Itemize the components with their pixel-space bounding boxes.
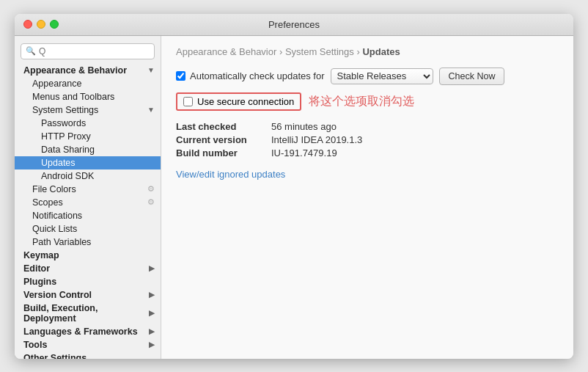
search-box[interactable]: 🔍: [21, 43, 155, 59]
chevron-icon: ▶: [149, 309, 155, 317]
sidebar-item-label: Appearance: [32, 79, 81, 89]
sidebar-item-keymap[interactable]: Keymap: [15, 249, 161, 262]
current-version-row: Current version IntelliJ IDEA 2019.1.3: [176, 134, 559, 145]
chevron-icon: ▶: [149, 327, 155, 335]
check-now-button[interactable]: Check Now: [439, 68, 505, 85]
sidebar-item-label: Languages & Frameworks: [23, 327, 138, 337]
sidebar-item-label: Notifications: [32, 211, 82, 221]
sidebar-item-plugins[interactable]: Plugins: [15, 275, 161, 288]
sidebar-item-label: Tools: [23, 340, 47, 350]
traffic-lights: [23, 20, 59, 29]
main-panel: Appearance & Behavior › System Settings …: [161, 36, 573, 359]
sidebar-item-label: Data Sharing: [41, 145, 95, 155]
secure-connection-label: Use secure connection: [197, 96, 294, 107]
sidebar-item-label: Updates: [41, 158, 76, 168]
breadcrumb: Appearance & Behavior › System Settings …: [176, 46, 559, 57]
sidebar-item-quick-lists[interactable]: Quick Lists: [15, 222, 161, 236]
sidebar-item-passwords[interactable]: Passwords: [15, 117, 161, 130]
sidebar: 🔍 Appearance & Behavior▼AppearanceMenus …: [15, 36, 161, 359]
sidebar-item-label: Appearance & Behavior: [23, 65, 127, 76]
secure-checkbox-wrapper: Use secure connection: [176, 92, 301, 111]
sidebar-item-label: Scopes: [32, 197, 63, 208]
minimize-button[interactable]: [37, 20, 45, 29]
sidebar-item-label: Editor: [23, 263, 50, 274]
preferences-window: Preferences 🔍 Appearance & Behavior▼Appe…: [15, 14, 573, 359]
sidebar-item-label: Keymap: [23, 250, 59, 260]
sidebar-item-version-control[interactable]: Version Control▶: [15, 288, 161, 302]
chevron-icon: ▼: [147, 66, 155, 74]
build-number-row: Build number IU-191.7479.19: [176, 147, 559, 158]
sidebar-item-label: HTTP Proxy: [41, 131, 91, 142]
chevron-icon: ▶: [149, 340, 155, 349]
sidebar-item-label: File Colors: [32, 184, 76, 194]
sidebar-item-label: Path Variables: [32, 237, 91, 247]
sidebar-item-label: Version Control: [23, 290, 92, 300]
chevron-icon: ▶: [149, 291, 155, 299]
sidebar-item-other-settings[interactable]: Other Settings: [15, 351, 161, 359]
sidebar-item-label: Android SDK: [41, 171, 94, 181]
release-type-select[interactable]: Stable Releases Beta Releases EAP Releas…: [331, 68, 433, 84]
gear-icon: ⚙: [147, 197, 155, 207]
sidebar-item-label: Passwords: [41, 118, 86, 128]
sidebar-item-appearance[interactable]: Appearance: [15, 77, 161, 90]
sidebar-items-container: Appearance & Behavior▼AppearanceMenus an…: [15, 64, 161, 359]
close-button[interactable]: [23, 20, 32, 29]
sidebar-item-updates[interactable]: Updates: [15, 156, 161, 169]
auto-check-checkbox[interactable]: [176, 71, 185, 81]
sidebar-item-file-colors[interactable]: File Colors⚙: [15, 183, 161, 196]
sidebar-item-android-sdk[interactable]: Android SDK: [15, 169, 161, 183]
view-ignored-updates-link[interactable]: View/edit ignored updates: [176, 169, 285, 180]
sidebar-item-scopes[interactable]: Scopes⚙: [15, 196, 161, 209]
search-input[interactable]: [39, 46, 150, 56]
sidebar-item-languages-frameworks[interactable]: Languages & Frameworks▶: [15, 325, 161, 338]
main-content: 🔍 Appearance & Behavior▼AppearanceMenus …: [15, 36, 573, 359]
annotation-text: 将这个选项取消勾选: [309, 94, 414, 109]
maximize-button[interactable]: [50, 20, 59, 29]
chevron-icon: ▼: [147, 106, 155, 114]
sidebar-item-appearance-behavior[interactable]: Appearance & Behavior▼: [15, 64, 161, 77]
sidebar-item-label: Quick Lists: [32, 224, 77, 234]
sidebar-item-editor[interactable]: Editor▶: [15, 262, 161, 275]
sidebar-item-http-proxy[interactable]: HTTP Proxy: [15, 130, 161, 143]
secure-connection-row: Use secure connection 将这个选项取消勾选: [176, 92, 559, 111]
sidebar-item-notifications[interactable]: Notifications: [15, 209, 161, 222]
sidebar-item-label: Other Settings: [23, 353, 87, 359]
sidebar-item-data-sharing[interactable]: Data Sharing: [15, 143, 161, 156]
sidebar-item-label: Build, Execution, Deployment: [23, 303, 149, 324]
search-icon: 🔍: [26, 46, 36, 56]
last-checked-row: Last checked 56 minutes ago: [176, 121, 559, 132]
gear-icon: ⚙: [147, 184, 155, 194]
auto-check-label[interactable]: Automatically check updates for: [176, 70, 325, 81]
chevron-icon: ▶: [149, 264, 155, 272]
info-grid: Last checked 56 minutes ago Current vers…: [176, 121, 559, 158]
window-title: Preferences: [268, 19, 320, 30]
auto-check-row: Automatically check updates for Stable R…: [176, 68, 559, 85]
sidebar-item-tools[interactable]: Tools▶: [15, 338, 161, 351]
sidebar-item-path-variables[interactable]: Path Variables: [15, 236, 161, 249]
sidebar-item-build-exec-deploy[interactable]: Build, Execution, Deployment▶: [15, 302, 161, 325]
sidebar-item-system-settings[interactable]: System Settings▼: [15, 103, 161, 117]
title-bar: Preferences: [15, 14, 573, 36]
sidebar-item-label: Plugins: [23, 277, 56, 287]
secure-connection-checkbox[interactable]: [183, 97, 193, 106]
sidebar-item-menus-toolbars[interactable]: Menus and Toolbars: [15, 90, 161, 103]
sidebar-item-label: System Settings: [32, 105, 98, 115]
sidebar-item-label: Menus and Toolbars: [32, 92, 114, 102]
